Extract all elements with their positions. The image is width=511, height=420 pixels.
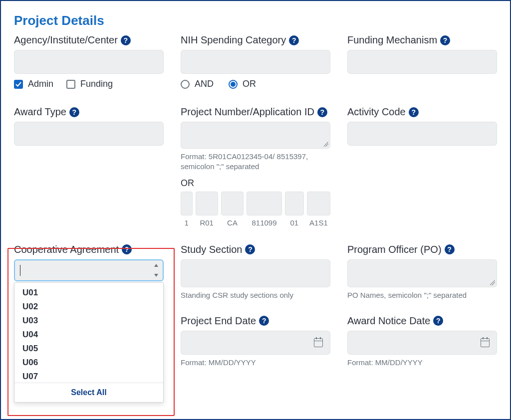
funding-checkbox[interactable] bbox=[66, 80, 75, 89]
po-label-text: Program Officer (PO) bbox=[347, 244, 442, 255]
project-number-segment-input[interactable] bbox=[181, 192, 193, 215]
help-icon[interactable]: ? bbox=[445, 244, 455, 254]
funding-mech-input[interactable] bbox=[347, 50, 497, 74]
funding-mech-field: Funding Mechanism ? bbox=[347, 34, 497, 89]
chevron-down-icon bbox=[154, 274, 158, 277]
help-icon[interactable]: ? bbox=[409, 107, 419, 117]
end-date-hint: Format: MM/DD/YYYY bbox=[181, 358, 330, 368]
end-date-label: Project End Date ? bbox=[181, 315, 330, 327]
spending-label: NIH Spending Category ? bbox=[181, 34, 330, 46]
coop-option[interactable]: U04 bbox=[14, 328, 163, 342]
agency-check-row: Admin Funding bbox=[14, 79, 164, 89]
end-date-input[interactable] bbox=[181, 331, 330, 355]
po-hint: PO Names, semicolon ";" separated bbox=[347, 290, 497, 300]
or-label: OR bbox=[243, 79, 256, 89]
help-icon[interactable]: ? bbox=[259, 316, 269, 326]
project-number-field: Project Number/Application ID ? Format: … bbox=[181, 106, 330, 227]
text-cursor bbox=[20, 265, 20, 276]
row-3: Cooperative Agreement ? U01U02U03U04U05U… bbox=[14, 244, 497, 368]
award-type-field: Award Type ? bbox=[14, 106, 164, 227]
spending-label-text: NIH Spending Category bbox=[181, 34, 286, 46]
activity-code-field: Activity Code ? bbox=[347, 106, 497, 227]
project-number-segment-input[interactable] bbox=[221, 192, 244, 215]
and-label: AND bbox=[195, 79, 214, 89]
project-number-segment-input[interactable] bbox=[307, 192, 330, 215]
po-label: Program Officer (PO) ? bbox=[347, 244, 497, 255]
agency-input[interactable] bbox=[14, 50, 164, 74]
activity-code-input[interactable] bbox=[347, 122, 497, 146]
project-number-label: Project Number/Application ID ? bbox=[181, 106, 330, 118]
end-date-label-text: Project End Date bbox=[181, 315, 256, 327]
project-number-segment-labels: 1R01CA81109901A1S1 bbox=[181, 218, 330, 227]
admin-label: Admin bbox=[28, 79, 53, 89]
funding-mech-label: Funding Mechanism ? bbox=[347, 34, 497, 46]
project-number-segment-label: R01 bbox=[196, 218, 218, 227]
coop-input[interactable] bbox=[14, 259, 164, 281]
section-title: Project Details bbox=[14, 13, 497, 28]
help-icon[interactable]: ? bbox=[122, 244, 132, 254]
coop-field: Cooperative Agreement ? U01U02U03U04U05U… bbox=[14, 244, 164, 368]
award-notice-label: Award Notice Date ? bbox=[347, 315, 497, 327]
row-2: Award Type ? Project Number/Application … bbox=[14, 106, 497, 227]
row-1: Agency/Institute/Center ? Admin Funding … bbox=[14, 34, 497, 89]
help-icon[interactable]: ? bbox=[317, 107, 327, 117]
funding-mech-label-text: Funding Mechanism bbox=[347, 34, 437, 46]
calendar-icon bbox=[314, 338, 323, 347]
award-notice-hint: Format: MM/DD/YYYY bbox=[347, 358, 497, 368]
coop-select-all[interactable]: Select All bbox=[14, 383, 163, 402]
help-icon[interactable]: ? bbox=[245, 244, 255, 254]
project-number-label-text: Project Number/Application ID bbox=[181, 106, 314, 118]
coop-option[interactable]: U01 bbox=[14, 286, 163, 300]
coop-dropdown: U01U02U03U04U05U06U07 Select All bbox=[14, 282, 164, 403]
help-icon[interactable]: ? bbox=[69, 107, 79, 117]
help-icon[interactable]: ? bbox=[121, 35, 131, 45]
agency-field: Agency/Institute/Center ? Admin Funding bbox=[14, 34, 164, 89]
activity-code-label: Activity Code ? bbox=[347, 106, 497, 118]
agency-label-text: Agency/Institute/Center bbox=[14, 34, 118, 46]
agency-label: Agency/Institute/Center ? bbox=[14, 34, 164, 46]
project-number-segments bbox=[181, 192, 330, 215]
award-notice-input[interactable] bbox=[347, 331, 497, 355]
help-icon[interactable]: ? bbox=[440, 35, 450, 45]
coop-option[interactable]: U07 bbox=[14, 370, 163, 383]
spending-field: NIH Spending Category ? AND OR bbox=[181, 34, 330, 89]
study-section-label: Study Section ? bbox=[181, 244, 330, 255]
award-notice-label-text: Award Notice Date bbox=[347, 315, 430, 327]
funding-label: Funding bbox=[80, 79, 113, 89]
coop-label-text: Cooperative Agreement bbox=[14, 244, 119, 255]
project-number-segment-input[interactable] bbox=[285, 192, 304, 215]
study-section-hint: Standing CSR study sections only bbox=[181, 290, 330, 300]
coop-label: Cooperative Agreement ? bbox=[14, 244, 164, 255]
project-number-segment-label: 01 bbox=[285, 218, 304, 227]
project-number-segment-input[interactable] bbox=[196, 192, 218, 215]
coop-option[interactable]: U06 bbox=[14, 356, 163, 370]
coop-option[interactable]: U03 bbox=[14, 314, 163, 328]
activity-code-label-text: Activity Code bbox=[347, 106, 406, 118]
po-field: Program Officer (PO) ? PO Names, semicol… bbox=[347, 244, 497, 368]
and-radio[interactable] bbox=[181, 80, 190, 89]
po-input[interactable] bbox=[347, 259, 497, 287]
spending-radio-row: AND OR bbox=[181, 79, 330, 89]
project-number-segment-input[interactable] bbox=[247, 192, 282, 215]
or-radio[interactable] bbox=[229, 80, 238, 89]
project-number-segment-label: A1S1 bbox=[307, 218, 330, 227]
help-icon[interactable]: ? bbox=[433, 316, 443, 326]
calendar-icon bbox=[481, 338, 490, 347]
coop-wrap: U01U02U03U04U05U06U07 Select All bbox=[14, 259, 164, 281]
spin-arrows[interactable] bbox=[153, 260, 160, 280]
project-number-segment-label: 1 bbox=[181, 218, 193, 227]
project-number-input[interactable] bbox=[181, 122, 330, 149]
coop-option[interactable]: U05 bbox=[14, 342, 163, 356]
award-type-input[interactable] bbox=[14, 122, 164, 146]
help-icon[interactable]: ? bbox=[289, 35, 299, 45]
study-section-input[interactable] bbox=[181, 259, 330, 287]
spending-input[interactable] bbox=[181, 50, 330, 74]
award-type-label: Award Type ? bbox=[14, 106, 164, 118]
project-number-segment-label: 811099 bbox=[247, 218, 282, 227]
award-type-label-text: Award Type bbox=[14, 106, 66, 118]
coop-option[interactable]: U02 bbox=[14, 300, 163, 314]
form-panel: Project Details Agency/Institute/Center … bbox=[0, 0, 511, 420]
admin-checkbox[interactable] bbox=[14, 80, 23, 89]
study-section-field: Study Section ? Standing CSR study secti… bbox=[181, 244, 330, 368]
coop-option-list[interactable]: U01U02U03U04U05U06U07 bbox=[14, 283, 163, 383]
